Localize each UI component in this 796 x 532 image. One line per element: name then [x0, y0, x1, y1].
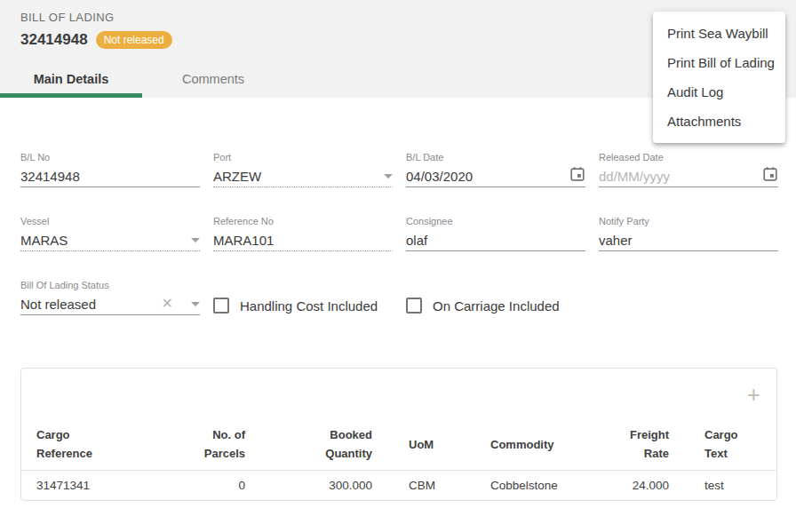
on-carriage-checkbox[interactable]	[406, 298, 422, 314]
tab-comments-label: Comments	[182, 72, 244, 86]
cell-cargo-reference: 31471341	[21, 471, 163, 501]
cargo-table: Cargo Reference No. of Parcels Booked Qu…	[21, 404, 776, 500]
vessel-field: Vessel MARAS	[20, 216, 200, 251]
bl-no-input[interactable]	[20, 169, 200, 184]
col-freight-rate: Freight Rate	[590, 404, 669, 471]
bl-date-input[interactable]	[406, 169, 564, 184]
released-date-input[interactable]	[599, 169, 757, 184]
handling-cost-checkbox-field: Handling Cost Included	[213, 280, 393, 315]
bl-status-label: Bill Of Lading Status	[20, 280, 200, 291]
cell-uom: CBM	[372, 471, 483, 501]
bl-no-label: B/L No	[20, 152, 200, 163]
add-cargo-icon[interactable]: +	[747, 385, 760, 404]
tab-main-details[interactable]: Main Details	[0, 60, 142, 98]
cell-commodity: Cobbelstone	[483, 471, 590, 501]
col-booked-quantity: Booked Quantity	[245, 404, 372, 471]
port-value: ARZEW	[213, 169, 378, 184]
chevron-down-icon[interactable]	[191, 238, 200, 242]
col-commodity: Commodity	[483, 404, 590, 471]
released-date-label: Released Date	[599, 152, 778, 163]
notify-party-input[interactable]	[599, 233, 778, 248]
bl-status-field: Bill Of Lading Status Not released ✕	[20, 280, 200, 315]
port-field: Port ARZEW	[213, 152, 393, 187]
cell-booked-quantity: 300.000	[245, 471, 372, 501]
chevron-down-icon[interactable]	[191, 302, 200, 306]
table-row[interactable]: 31471341 0 300.000 CBM Cobbelstone 24.00…	[21, 471, 776, 501]
tab-comments[interactable]: Comments	[142, 60, 284, 98]
bl-no-field: B/L No	[20, 152, 200, 187]
actions-menu: Print Sea Waybill Print Bill of Lading A…	[653, 12, 785, 143]
handling-cost-checkbox-label: Handling Cost Included	[240, 298, 378, 314]
document-number: 32414948	[20, 31, 88, 49]
on-carriage-checkbox-label: On Carriage Included	[433, 298, 560, 314]
port-select[interactable]: ARZEW	[213, 168, 393, 187]
handling-cost-checkbox[interactable]	[213, 298, 229, 314]
vessel-value: MARAS	[20, 233, 186, 248]
calendar-icon[interactable]	[762, 166, 778, 186]
reference-no-field: Reference No	[213, 216, 393, 251]
col-cargo-text: Cargo Text	[669, 404, 776, 471]
bl-date-field: B/L Date	[406, 152, 585, 187]
cargo-card: + Cargo Reference No. of Parcels Booked …	[20, 368, 777, 501]
cargo-card-toolbar: +	[21, 369, 776, 404]
col-cargo-reference: Cargo Reference	[21, 404, 163, 471]
reference-no-label: Reference No	[213, 216, 393, 227]
consignee-field: Consignee	[406, 216, 585, 251]
menu-item-print-bill-of-lading[interactable]: Print Bill of Lading	[653, 48, 785, 77]
clear-icon[interactable]: ✕	[162, 297, 173, 311]
calendar-icon[interactable]	[569, 166, 585, 186]
status-badge: Not released	[96, 31, 172, 49]
consignee-label: Consignee	[406, 216, 585, 227]
bl-status-value: Not released	[20, 297, 162, 312]
on-carriage-checkbox-field: On Carriage Included	[406, 280, 585, 315]
bl-status-select[interactable]: Not released ✕	[20, 296, 200, 315]
tab-bar: Main Details Comments	[0, 60, 284, 98]
reference-no-input[interactable]	[213, 233, 393, 248]
port-label: Port	[213, 152, 393, 163]
bl-date-label: B/L Date	[406, 152, 585, 163]
notify-party-label: Notify Party	[599, 216, 778, 227]
menu-item-audit-log[interactable]: Audit Log	[653, 77, 785, 107]
cargo-table-header-row: Cargo Reference No. of Parcels Booked Qu…	[21, 404, 776, 471]
vessel-select[interactable]: MARAS	[20, 232, 200, 251]
cell-no-of-parcels: 0	[163, 471, 245, 501]
menu-item-print-sea-waybill[interactable]: Print Sea Waybill	[653, 19, 785, 48]
cell-cargo-text: test	[669, 471, 776, 501]
cell-freight-rate: 24.000	[590, 471, 669, 501]
notify-party-field: Notify Party	[599, 216, 778, 251]
consignee-input[interactable]	[406, 233, 585, 248]
active-tab-indicator	[0, 93, 142, 98]
released-date-field: Released Date	[599, 152, 778, 187]
col-no-of-parcels: No. of Parcels	[163, 404, 245, 471]
menu-item-attachments[interactable]: Attachments	[653, 107, 785, 136]
vessel-label: Vessel	[20, 216, 200, 227]
col-uom: UoM	[372, 404, 483, 471]
chevron-down-icon[interactable]	[384, 174, 393, 179]
tab-main-details-label: Main Details	[34, 72, 109, 86]
